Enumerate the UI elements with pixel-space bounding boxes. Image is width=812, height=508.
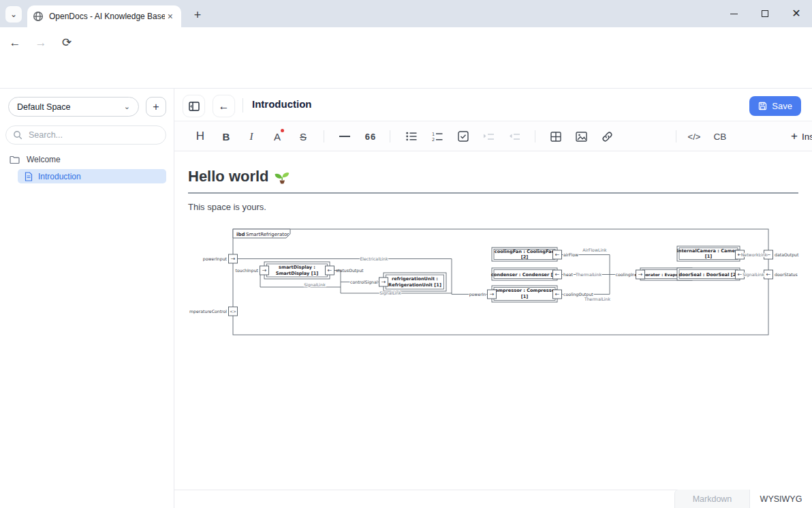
frame-name: SmartRefrigerator [246, 232, 289, 237]
block-internalCamera: internalCamera : Camera [1] [676, 246, 740, 261]
divider [676, 130, 676, 143]
port-arrow-icon: → [381, 279, 386, 285]
svg-text:[1]: [1] [521, 294, 529, 299]
port-coolingIn: → [636, 270, 645, 279]
label-signalLink-display: SignalLink [304, 282, 326, 288]
forward-button[interactable]: → [30, 32, 52, 54]
search-icon [13, 130, 22, 140]
horizontal-rule-button[interactable] [334, 121, 355, 151]
bullet-list-button[interactable] [401, 121, 422, 151]
svg-text:SmartDisplay [1]: SmartDisplay [1] [276, 271, 319, 276]
formatting-toolbar: H B I A S 66 1 2 [174, 121, 812, 151]
minimize-icon [730, 14, 738, 14]
editor-footer: Markdown WYSIWYG [174, 490, 812, 508]
svg-text:condenser : Condenser [1]: condenser : Condenser [1] [491, 272, 558, 278]
document-header: ← Introduction Save [174, 89, 812, 121]
port-arrow-icon: ← [555, 252, 560, 258]
inline-code-button[interactable]: </> [684, 121, 704, 151]
chevron-down-icon: ⌄ [124, 102, 130, 111]
divider [324, 130, 324, 143]
link-button[interactable] [597, 121, 617, 151]
text-color-button[interactable]: A [267, 121, 287, 151]
browser-tab[interactable]: OpenDocs - AI Knowledge Base × [27, 5, 181, 27]
port-arrow-icon: ← [328, 267, 332, 273]
block-refrigerationUnit: refrigerationUnit : RefrigerationUnit [1… [384, 273, 446, 291]
browser-navbar: ← → ⟳ ai-toolbox.visual-paradigm.com/app… [0, 27, 812, 58]
frame-keyword: ibd [236, 232, 245, 237]
port-arrow-icon: ← [555, 291, 560, 297]
code-block-button[interactable]: CB [710, 121, 730, 151]
image-icon [576, 132, 587, 142]
sidebar-item-welcome[interactable]: Welcome [10, 155, 61, 164]
search-input[interactable] [27, 130, 143, 140]
image-button[interactable] [571, 121, 591, 151]
svg-text:2: 2 [432, 137, 435, 142]
insert-button[interactable]: + Insert [791, 121, 812, 151]
italic-button[interactable]: I [241, 121, 262, 151]
divider [243, 98, 243, 113]
svg-text:compressor : Compressor: compressor : Compressor [493, 288, 558, 293]
numbered-list-icon: 1 2 [432, 132, 443, 142]
label-networkLink: NetworkLink [741, 252, 768, 257]
strikethrough-button[interactable]: S [293, 121, 313, 151]
label-dataOutput: dataOutput [775, 252, 799, 258]
bullet-list-icon [406, 132, 417, 141]
tab-close-icon[interactable]: × [165, 11, 176, 22]
label-temperatureControl: temperatureControl [189, 309, 227, 314]
window-minimize-button[interactable] [718, 0, 749, 27]
reload-button[interactable]: ⟳ [56, 32, 78, 54]
sidebar-item-introduction[interactable]: Introduction [18, 169, 166, 183]
numbered-list-button[interactable]: 1 2 [427, 121, 448, 151]
port-arrow-icon: ← [555, 271, 560, 278]
window-maximize-button[interactable] [749, 0, 781, 27]
port-arrow-icon: → [231, 256, 236, 262]
tab-wysiwyg[interactable]: WYSIWYG [749, 490, 812, 508]
svg-text:[1]: [1] [705, 254, 713, 259]
document-title: Hello world [188, 168, 290, 185]
tab-markdown[interactable]: Markdown [674, 490, 749, 508]
hr-icon [339, 136, 350, 137]
svg-text:coolingFan : CoolingFan: coolingFan : CoolingFan [495, 249, 555, 254]
search-box[interactable] [5, 125, 166, 145]
page-title: Introduction [252, 98, 311, 110]
back-page-button[interactable]: ← [213, 95, 235, 117]
bold-button[interactable]: B [216, 121, 236, 151]
indent-button[interactable] [478, 121, 499, 151]
port-heat: ← [553, 270, 562, 279]
folder-label: Welcome [27, 155, 61, 164]
window-close-button[interactable]: ✕ [781, 0, 812, 27]
panel-toggle-icon [189, 102, 200, 111]
diagram-image[interactable]: ibd SmartRefrigerator smartDisplay : Sma… [189, 227, 812, 340]
task-list-button[interactable] [453, 121, 473, 151]
label-controlSignal: controlSignal [350, 280, 378, 285]
save-button[interactable]: Save [749, 96, 801, 116]
outdent-button[interactable] [504, 121, 525, 151]
document-icon [25, 172, 33, 181]
blockquote-button[interactable]: 66 [360, 121, 381, 151]
sidebar: Default Space ⌄ + Welcome Introduction [0, 89, 174, 508]
new-tab-button[interactable]: + [188, 5, 207, 25]
label-doorStatus: doorStatus [775, 272, 798, 277]
heading-button[interactable]: H [190, 121, 210, 151]
save-icon [758, 102, 767, 110]
seedling-emoji-icon [275, 169, 290, 184]
editor-body[interactable]: Hello world This space is yours. [174, 151, 812, 490]
table-button[interactable] [546, 121, 566, 151]
label-powerIn: powerIn [469, 292, 486, 297]
label-airFlowLink: AirFlowLink [582, 248, 607, 252]
link-icon [602, 131, 613, 143]
add-space-button[interactable]: + [146, 97, 166, 117]
label-heat: heat [563, 272, 574, 277]
port-touchInput: → [260, 266, 269, 275]
main-panel: ← Introduction Save H B I A S 66 [174, 89, 812, 508]
svg-text:RefrigerationUnit [1]: RefrigerationUnit [1] [388, 282, 441, 288]
close-icon: ✕ [792, 8, 800, 19]
space-select[interactable]: Default Space ⌄ [8, 97, 139, 117]
label-airFlow: airFlow [563, 252, 578, 257]
back-button[interactable]: ← [4, 32, 26, 54]
block-smartDisplay: smartDisplay : SmartDisplay [1] [264, 262, 330, 279]
label-thermalLink-bottom: ThermalLink [584, 297, 611, 301]
toggle-sidebar-button[interactable] [183, 95, 205, 117]
tab-search-button[interactable]: ⌄ [5, 6, 22, 23]
port-arrow-icon: ← [738, 271, 743, 278]
